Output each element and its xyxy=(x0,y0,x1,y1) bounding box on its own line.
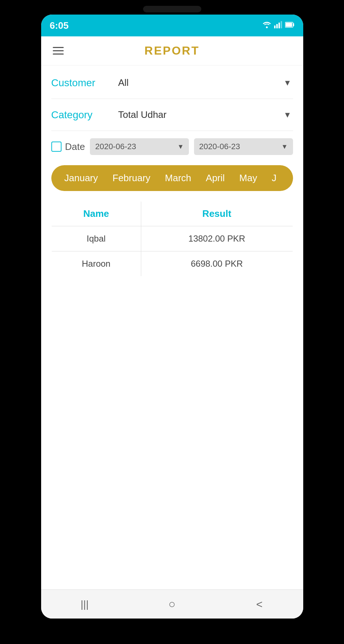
svg-rect-3 xyxy=(278,23,280,28)
svg-rect-2 xyxy=(276,24,278,28)
table-row: Haroon 6698.00 PKR xyxy=(51,251,293,277)
svg-rect-6 xyxy=(293,23,294,26)
recent-apps-icon: ||| xyxy=(81,599,89,610)
hamburger-line-1 xyxy=(53,47,64,48)
svg-rect-4 xyxy=(281,21,282,28)
date-filter-row: Date 2020-06-23 ▼ 2020-06-23 ▼ xyxy=(51,138,293,155)
customer-label: Customer xyxy=(51,77,117,89)
table-header-name: Name xyxy=(51,202,141,226)
month-tab-february[interactable]: February xyxy=(105,170,158,187)
category-label: Category xyxy=(51,109,117,121)
filter-divider-1 xyxy=(51,99,293,99)
table-cell-name-1: Iqbal xyxy=(51,226,141,251)
phone-frame: 6:05 xyxy=(0,0,344,644)
start-date-value: 2020-06-23 xyxy=(95,142,136,151)
phone-notch-bar xyxy=(41,4,303,15)
date-checkbox[interactable] xyxy=(51,142,62,152)
app-bar: REPORT xyxy=(41,36,303,65)
battery-icon xyxy=(285,21,294,30)
nav-bar: ||| ○ < xyxy=(41,589,303,619)
end-date-value: 2020-06-23 xyxy=(199,142,240,151)
customer-dropdown-arrow: ▼ xyxy=(284,78,292,88)
status-time: 6:05 xyxy=(50,20,69,31)
date-checkbox-wrapper: Date xyxy=(51,141,85,152)
recent-apps-button[interactable]: ||| xyxy=(74,593,96,615)
customer-dropdown[interactable]: All ▼ xyxy=(117,74,293,91)
hamburger-line-2 xyxy=(53,50,64,51)
customer-filter-row: Customer All ▼ xyxy=(51,74,293,91)
phone-notch xyxy=(143,6,201,12)
start-date-arrow: ▼ xyxy=(177,143,184,151)
end-date-picker[interactable]: 2020-06-23 ▼ xyxy=(194,138,293,155)
svg-point-0 xyxy=(266,26,268,28)
table-cell-name-2: Haroon xyxy=(51,251,141,277)
hamburger-button[interactable] xyxy=(50,44,67,57)
table-row: Iqbal 13802.00 PKR xyxy=(51,226,293,251)
month-tab-may[interactable]: May xyxy=(232,170,264,187)
table-cell-result-1: 13802.00 PKR xyxy=(141,226,293,251)
end-date-arrow: ▼ xyxy=(281,143,288,151)
category-filter-row: Category Total Udhar ▼ xyxy=(51,106,293,123)
back-icon: < xyxy=(256,598,263,611)
month-tab-april[interactable]: April xyxy=(198,170,232,187)
status-icons xyxy=(262,21,294,30)
svg-rect-7 xyxy=(285,23,292,27)
category-dropdown-arrow: ▼ xyxy=(284,110,292,120)
start-date-picker[interactable]: 2020-06-23 ▼ xyxy=(90,138,189,155)
svg-rect-1 xyxy=(274,25,276,28)
back-button[interactable]: < xyxy=(249,593,270,615)
date-label: Date xyxy=(65,141,85,152)
page-title: REPORT xyxy=(145,44,199,57)
status-bar: 6:05 xyxy=(41,15,303,36)
phone-screen: 6:05 xyxy=(41,15,303,619)
wifi-icon xyxy=(262,21,271,30)
home-button[interactable]: ○ xyxy=(161,593,183,615)
filter-divider-2 xyxy=(51,131,293,131)
content-area: Customer All ▼ Category Total Udhar ▼ xyxy=(41,65,303,589)
month-tab-march[interactable]: March xyxy=(158,170,198,187)
category-value: Total Udhar xyxy=(118,109,167,120)
report-table: Name Result Iqbal 13802.00 PKR Haroon 66… xyxy=(51,201,293,277)
hamburger-line-3 xyxy=(53,53,64,55)
month-tab-j[interactable]: J xyxy=(264,170,284,187)
table-header-result: Result xyxy=(141,202,293,226)
month-tabs: January February March April May J xyxy=(51,165,293,191)
customer-value: All xyxy=(118,77,129,88)
signal-icon xyxy=(274,21,282,30)
table-cell-result-2: 6698.00 PKR xyxy=(141,251,293,277)
category-dropdown[interactable]: Total Udhar ▼ xyxy=(117,106,293,123)
month-tab-january[interactable]: January xyxy=(57,170,106,187)
home-icon: ○ xyxy=(169,597,175,611)
